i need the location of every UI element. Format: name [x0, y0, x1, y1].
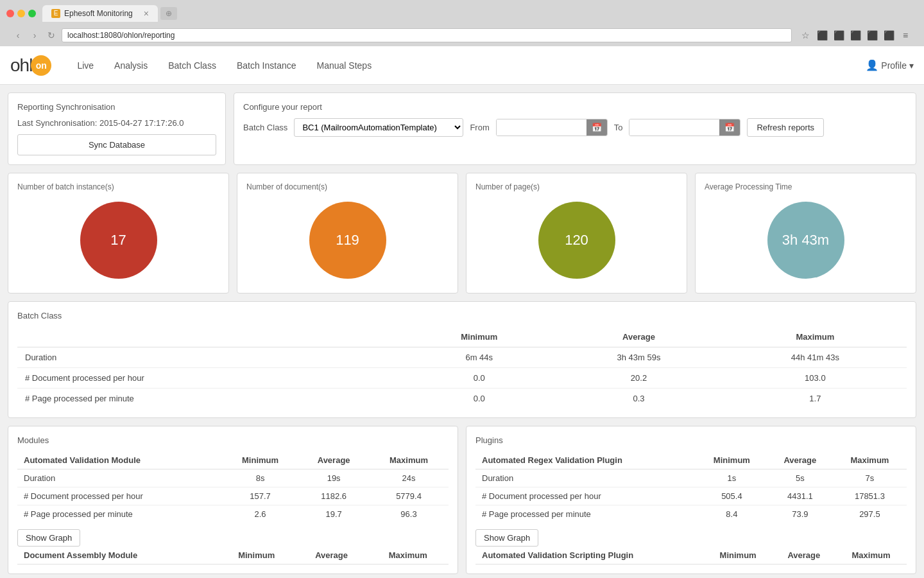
mod-cell-0-0-0: Duration: [17, 469, 222, 487]
config-panel: Configure your report Batch Class BC1 (M…: [234, 92, 916, 165]
plug-table-0: Automated Regex Validation PluginMinimum…: [475, 451, 907, 523]
plug-row-0-2: # Page processed per minute8.473.9297.5: [475, 505, 907, 523]
to-calendar-icon[interactable]: 📅: [719, 119, 740, 136]
forward-button[interactable]: ›: [28, 29, 41, 42]
plug-show-graph-button-0[interactable]: Show Graph: [475, 529, 538, 547]
from-label: From: [470, 123, 489, 132]
minimize-dot[interactable]: [17, 10, 25, 17]
stat-card-2: Number of page(s) 120: [466, 173, 687, 293]
plug-header-1-3: Maximum: [835, 547, 907, 565]
stat-card-0: Number of batch instance(s) 17: [8, 173, 229, 293]
batch-cell-1-2: 20.2: [554, 368, 723, 389]
sync-panel: Reporting Synchronisation Last Synchroni…: [8, 92, 226, 165]
mod-table-0: Automated Validation ModuleMinimumAverag…: [17, 451, 449, 523]
batch-cell-0-2: 3h 43m 59s: [554, 347, 723, 368]
mod-cell-0-2-2: 19.7: [298, 505, 369, 523]
batch-class-select[interactable]: BC1 (MailroomAutomationTemplate): [294, 118, 463, 137]
ext-icon-2[interactable]: ⬛: [832, 28, 846, 42]
app-header: ohl on Live Analysis Batch Class Batch I…: [0, 46, 924, 85]
mod-header-1-3: Maximum: [368, 547, 449, 565]
to-label: To: [614, 123, 623, 132]
refresh-reports-button[interactable]: Refresh reports: [747, 118, 824, 137]
back-button[interactable]: ‹: [12, 29, 24, 42]
nav-batch-instance[interactable]: Batch Instance: [227, 55, 307, 76]
mod-row-0-0: Duration8s19s24s: [17, 469, 449, 487]
tab-title: Ephesoft Monitoring: [64, 9, 133, 18]
tab-favicon: E: [51, 9, 60, 18]
browser-tab[interactable]: E Ephesoft Monitoring ×: [42, 5, 158, 22]
ext-icon-4[interactable]: ⬛: [865, 28, 879, 42]
batch-col-header-0: [17, 327, 404, 347]
from-date-input[interactable]: [497, 119, 586, 136]
batch-cell-2-1: 0.0: [404, 389, 554, 409]
from-calendar-icon[interactable]: 📅: [586, 119, 607, 136]
modules-title: Modules: [17, 435, 449, 445]
to-date-input[interactable]: [629, 119, 719, 136]
nav-analysis[interactable]: Analysis: [104, 55, 158, 76]
modules-panel: Modules Automated Validation ModuleMinim…: [8, 426, 458, 574]
plug-cell-0-2-1: 8.4: [696, 505, 767, 523]
nav-manual-steps[interactable]: Manual Steps: [307, 55, 382, 76]
close-dot[interactable]: [6, 10, 14, 17]
refresh-button[interactable]: ↻: [45, 29, 58, 42]
sync-title: Reporting Synchronisation: [17, 102, 216, 112]
batch-table-body: Duration6m 44s3h 43m 59s44h 41m 43s# Doc…: [17, 347, 907, 409]
sync-database-button[interactable]: Sync Database: [17, 134, 216, 155]
stat-circle-2: 120: [538, 202, 615, 279]
address-bar[interactable]: localhost:18080/ohlon/reporting: [62, 28, 792, 42]
mod-cell-0-1-3: 5779.4: [369, 487, 449, 505]
plug-header-0-2: Average: [767, 451, 833, 469]
menu-icon[interactable]: ≡: [898, 28, 912, 42]
plug-row-0-0: Duration1s5s7s: [475, 469, 907, 487]
mod-show-graph-button-0[interactable]: Show Graph: [17, 529, 80, 547]
mod-cell-0-0-2: 19s: [298, 469, 369, 487]
batch-cell-0-1: 6m 44s: [404, 347, 554, 368]
fullscreen-dot[interactable]: [28, 10, 36, 17]
plug-header-1-0: Automated Validation Scripting Plugin: [475, 547, 704, 565]
plugins-panel: Plugins Automated Regex Validation Plugi…: [466, 426, 916, 574]
ext-icon-5[interactable]: ⬛: [882, 28, 896, 42]
mod-cell-0-1-2: 1182.6: [298, 487, 369, 505]
plug-header-0-3: Maximum: [833, 451, 907, 469]
stat-circle-0: 17: [80, 202, 157, 279]
batch-table-header-row: MinimumAverageMaximum: [17, 327, 907, 347]
new-tab-btn[interactable]: ⊕: [160, 7, 177, 20]
batch-col-header-3: Maximum: [724, 327, 907, 347]
plug-cell-0-2-2: 73.9: [767, 505, 833, 523]
ext-icon-1[interactable]: ⬛: [815, 28, 829, 42]
logo-on-badge: on: [31, 55, 51, 76]
mod-cell-0-0-1: 8s: [222, 469, 298, 487]
plug-header-row-1: Automated Validation Scripting PluginMin…: [475, 547, 907, 565]
batch-row-1: # Document processed per hour0.020.2103.…: [17, 368, 907, 389]
bookmark-icon[interactable]: ☆: [798, 28, 812, 42]
nav-batch-class[interactable]: Batch Class: [158, 55, 227, 76]
mod-header-row-0: Automated Validation ModuleMinimumAverag…: [17, 451, 449, 469]
profile-chevron-icon: ▾: [909, 60, 914, 71]
modules-content: Automated Validation ModuleMinimumAverag…: [17, 451, 449, 565]
plug-cell-0-0-1: 1s: [696, 469, 767, 487]
tab-close-icon[interactable]: ×: [144, 8, 149, 19]
ext-icon-3[interactable]: ⬛: [848, 28, 862, 42]
mod-header-0-1: Minimum: [222, 451, 298, 469]
from-date-input-wrap: 📅: [496, 119, 608, 136]
mod-cell-0-2-0: # Page processed per minute: [17, 505, 222, 523]
mod-cell-0-1-1: 157.7: [222, 487, 298, 505]
to-date-input-wrap: 📅: [629, 119, 740, 136]
nav-live[interactable]: Live: [67, 55, 104, 76]
mod-table-1: Document Assembly ModuleMinimumAverageMa…: [17, 547, 449, 565]
plug-table-1: Automated Validation Scripting PluginMin…: [475, 547, 907, 565]
plug-cell-0-1-1: 505.4: [696, 487, 767, 505]
main-nav: Live Analysis Batch Class Batch Instance…: [67, 55, 866, 76]
plug-header-row-0: Automated Regex Validation PluginMinimum…: [475, 451, 907, 469]
batch-class-label: Batch Class: [243, 123, 287, 132]
plug-row-0-1: # Document processed per hour505.44431.1…: [475, 487, 907, 505]
plug-cell-0-0-2: 5s: [767, 469, 833, 487]
stat-card-1: Number of document(s) 119: [237, 173, 458, 293]
stat-title-2: Number of page(s): [475, 182, 678, 191]
mod-header-1-2: Average: [296, 547, 368, 565]
profile-button[interactable]: 👤 Profile ▾: [866, 59, 914, 71]
batch-class-table: MinimumAverageMaximum Duration6m 44s3h 4…: [17, 327, 907, 408]
mod-header-row-1: Document Assembly ModuleMinimumAverageMa…: [17, 547, 449, 565]
mod-header-0-3: Maximum: [369, 451, 449, 469]
config-title: Configure your report: [243, 102, 907, 112]
